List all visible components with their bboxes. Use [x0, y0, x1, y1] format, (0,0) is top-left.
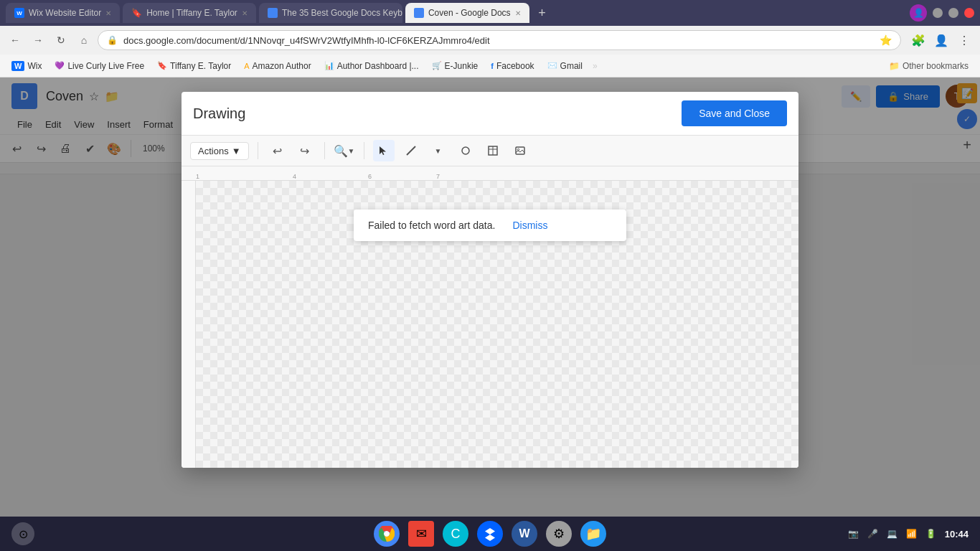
drawing-divider-3: [364, 142, 364, 159]
address-bar[interactable]: 🔒 docs.google.com/document/d/1NNovqr_u4f…: [98, 30, 901, 50]
bookmark-author-dashboard[interactable]: 📊 Author Dashboard |...: [319, 60, 425, 72]
wix-bookmark-icon: W: [11, 61, 24, 71]
drawing-redo-button[interactable]: ↪: [294, 140, 316, 161]
image-tool-icon: [514, 145, 526, 156]
drawing-title: Drawing: [193, 105, 245, 122]
taskbar-home-button[interactable]: ⊙: [11, 522, 34, 545]
taskbar-mic-icon[interactable]: 🎤: [867, 529, 878, 539]
error-message: Failed to fetch word art data.: [368, 220, 495, 231]
taskbar-screen-icon[interactable]: 💻: [887, 529, 897, 539]
amazon-icon: A: [244, 62, 249, 70]
home-button[interactable]: ⌂: [75, 31, 93, 50]
taskbar-word-icon[interactable]: W: [512, 521, 537, 547]
error-snackbar: Failed to fetch word art data. Dismiss: [354, 209, 626, 241]
ruler-ticks: 1 4 6 7: [196, 166, 468, 180]
cursor-tool-icon: [378, 145, 390, 156]
close-button[interactable]: [964, 8, 974, 18]
ruler-tick-1: 1: [196, 173, 199, 180]
taskbar-screenshot-icon[interactable]: 📷: [848, 529, 859, 539]
table-tool-button[interactable]: [482, 140, 504, 161]
other-bookmarks[interactable]: 📁 Other bookmarks: [883, 60, 974, 72]
browser-frame: W Wix Website Editor ✕ 🔖 Home | Tiffany …: [0, 0, 980, 551]
tab-coven-close[interactable]: ✕: [515, 9, 521, 17]
actions-chevron-icon: ▼: [232, 146, 241, 156]
maximize-button[interactable]: [948, 8, 958, 18]
bookmark-tiffany[interactable]: 🔖 Tiffany E. Taylor: [151, 60, 237, 72]
extensions-button[interactable]: 🧩: [908, 30, 928, 50]
bookmark-wix[interactable]: W Wix: [6, 60, 47, 72]
tab-wix-label: Wix Website Editor: [29, 8, 101, 18]
minimize-button[interactable]: [933, 8, 943, 18]
bookmark-facebook[interactable]: f Facebook: [485, 60, 540, 72]
taskbar-settings-icon[interactable]: ⚙: [546, 521, 572, 547]
drawing-canvas-area[interactable]: 1 4 6 7: [182, 166, 798, 468]
more-button[interactable]: ⋮: [954, 30, 974, 50]
tab-google-keys-label: The 35 Best Google Docs Keyb...: [282, 8, 402, 18]
bookmark-ejunkie[interactable]: 🛒 E-Junkie: [426, 60, 484, 72]
image-tool-button[interactable]: [509, 140, 531, 161]
zoom-icon: 🔍: [334, 144, 348, 158]
taskbar-right: 📷 🎤 💻 📶 🔋 10:44: [848, 529, 969, 540]
shape-tool-icon: [460, 145, 471, 156]
back-button[interactable]: ←: [6, 31, 24, 50]
live-curly-icon: 💜: [55, 61, 65, 70]
line-options-button[interactable]: ▼: [428, 140, 449, 161]
actions-button[interactable]: Actions ▼: [190, 142, 249, 160]
facebook-icon: f: [491, 62, 494, 70]
window-controls: 👤: [910, 4, 974, 22]
drawing-undo-button[interactable]: ↩: [267, 140, 288, 161]
refresh-button[interactable]: ↻: [52, 31, 70, 50]
nav-icons: 🧩 👤 ⋮: [908, 30, 974, 50]
tab-wix-close[interactable]: ✕: [105, 9, 111, 17]
taskbar-gmail-icon[interactable]: ✉: [408, 521, 434, 547]
new-tab-button[interactable]: +: [532, 3, 552, 23]
coven-tab-icon: [414, 8, 424, 18]
zoom-chevron: ▼: [348, 147, 355, 155]
tab-home-label: Home | Tiffany E. Taylor: [146, 8, 237, 18]
zoom-button[interactable]: 🔍 ▼: [334, 140, 355, 161]
drawing-header: Drawing Save and Close: [182, 92, 798, 136]
taskbar-cursor-icon[interactable]: C: [443, 521, 468, 547]
tab-coven-label: Coven - Google Docs: [428, 8, 511, 18]
live-curly-label: Live Curly Live Free: [67, 61, 144, 71]
ruler-tick-4: 4: [293, 173, 296, 180]
tiffany-icon: 🔖: [157, 61, 167, 70]
dismiss-button[interactable]: Dismiss: [512, 220, 547, 231]
author-dashboard-icon: 📊: [324, 61, 334, 70]
tab-coven[interactable]: Coven - Google Docs ✕: [405, 3, 529, 23]
tab-home-close[interactable]: ✕: [242, 9, 248, 17]
taskbar-battery-icon: 🔋: [925, 529, 936, 539]
tab-home-icon: 🔖: [131, 8, 142, 18]
taskbar-files-icon[interactable]: 📁: [580, 521, 606, 547]
svg-point-6: [517, 149, 519, 150]
tab-wix[interactable]: W Wix Website Editor ✕: [6, 3, 120, 23]
select-tool-button[interactable]: [373, 140, 395, 161]
navigation-bar: ← → ↻ ⌂ 🔒 docs.google.com/document/d/1NN…: [0, 26, 980, 55]
drawing-divider-1: [258, 142, 258, 159]
amazon-label: Amazon Author: [253, 61, 311, 71]
bookmark-live-curly[interactable]: 💜 Live Curly Live Free: [49, 60, 150, 72]
ejunkie-icon: 🛒: [432, 61, 442, 70]
svg-point-1: [462, 147, 469, 154]
bookmark-amazon[interactable]: A Amazon Author: [238, 60, 316, 72]
facebook-label: Facebook: [496, 61, 534, 71]
wix-tab-icon: W: [14, 8, 24, 18]
taskbar-chrome-icon[interactable]: [374, 521, 400, 547]
line-tool-button[interactable]: [400, 140, 422, 161]
main-content: D Coven ☆ 📁 ✏️ 🔒: [0, 77, 980, 517]
save-and-close-button[interactable]: Save and Close: [682, 100, 787, 126]
ejunkie-label: E-Junkie: [445, 61, 479, 71]
ruler-top: 1 4 6 7: [182, 166, 798, 181]
wix-bookmark-label: Wix: [27, 61, 42, 71]
taskbar-wifi-icon[interactable]: 📶: [906, 529, 917, 539]
line-chevron-icon: ▼: [435, 147, 442, 155]
profile-menu-button[interactable]: 👤: [931, 30, 951, 50]
bookmark-gmail[interactable]: ✉️ Gmail: [542, 60, 588, 72]
tab-google-keys[interactable]: The 35 Best Google Docs Keyb... ✕: [259, 3, 402, 23]
tab-home[interactable]: 🔖 Home | Tiffany E. Taylor ✕: [123, 3, 256, 23]
forward-button[interactable]: →: [29, 31, 47, 50]
profile-icon[interactable]: 👤: [910, 4, 927, 22]
drawing-modal-overlay: Drawing Save and Close Actions ▼ ↩ ↪ 🔍: [0, 77, 980, 517]
shape-tool-button[interactable]: [455, 140, 476, 161]
taskbar-dropbox-icon[interactable]: [477, 521, 503, 547]
